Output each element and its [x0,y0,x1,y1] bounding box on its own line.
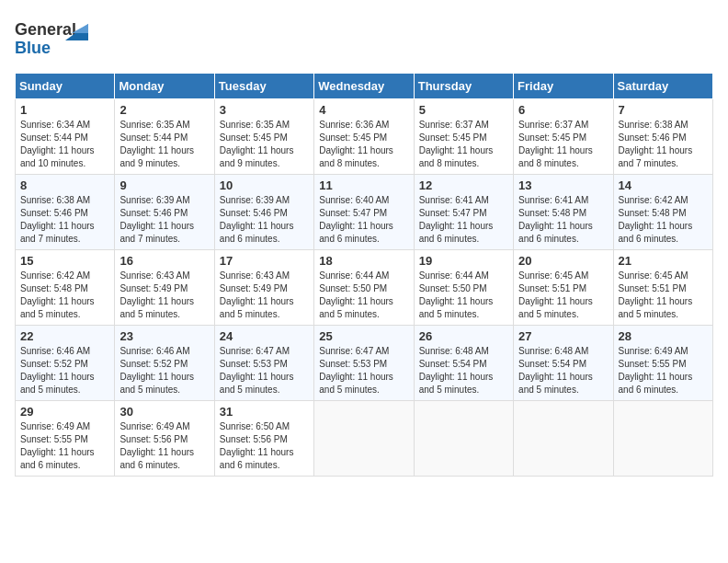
calendar-cell: 7 Sunrise: 6:38 AM Sunset: 5:46 PM Dayli… [613,99,712,175]
calendar-cell: 19 Sunrise: 6:44 AM Sunset: 5:50 PM Dayl… [414,250,513,326]
calendar-cell [314,401,414,477]
day-detail: Sunrise: 6:36 AM Sunset: 5:45 PM Dayligh… [319,119,408,170]
day-detail: Sunrise: 6:37 AM Sunset: 5:45 PM Dayligh… [419,119,508,170]
calendar-cell: 15 Sunrise: 6:42 AM Sunset: 5:48 PM Dayl… [16,250,115,326]
day-number: 29 [20,405,109,419]
day-detail: Sunrise: 6:49 AM Sunset: 5:55 PM Dayligh… [20,420,109,472]
column-header-sunday: Sunday [16,74,115,99]
day-detail: Sunrise: 6:45 AM Sunset: 5:51 PM Dayligh… [518,270,608,321]
calendar-cell: 1 Sunrise: 6:34 AM Sunset: 5:44 PM Dayli… [16,99,115,175]
day-detail: Sunrise: 6:50 AM Sunset: 5:56 PM Dayligh… [220,420,309,472]
day-number: 21 [619,254,708,268]
svg-text:Blue: Blue [15,39,51,57]
day-number: 16 [119,254,209,268]
day-number: 12 [419,178,508,192]
day-detail: Sunrise: 6:41 AM Sunset: 5:47 PM Dayligh… [419,194,508,246]
calendar-cell: 22 Sunrise: 6:46 AM Sunset: 5:52 PM Dayl… [16,326,115,401]
day-detail: Sunrise: 6:44 AM Sunset: 5:50 PM Dayligh… [419,270,508,321]
calendar-cell [414,401,513,477]
column-header-monday: Monday [115,74,214,99]
day-detail: Sunrise: 6:49 AM Sunset: 5:56 PM Dayligh… [119,420,209,472]
day-number: 23 [119,329,209,343]
calendar-cell: 30 Sunrise: 6:49 AM Sunset: 5:56 PM Dayl… [115,401,214,477]
day-number: 31 [220,405,309,419]
day-number: 27 [518,329,608,343]
day-detail: Sunrise: 6:45 AM Sunset: 5:51 PM Dayligh… [619,270,708,321]
calendar-cell: 26 Sunrise: 6:48 AM Sunset: 5:54 PM Dayl… [414,326,513,401]
calendar-cell: 2 Sunrise: 6:35 AM Sunset: 5:44 PM Dayli… [115,99,214,175]
column-header-tuesday: Tuesday [214,74,313,99]
svg-text:General: General [15,20,76,39]
calendar-cell: 4 Sunrise: 6:36 AM Sunset: 5:45 PM Dayli… [314,99,414,175]
day-detail: Sunrise: 6:40 AM Sunset: 5:47 PM Dayligh… [319,194,408,246]
calendar-header-row: SundayMondayTuesdayWednesdayThursdayFrid… [16,74,713,99]
calendar-cell: 29 Sunrise: 6:49 AM Sunset: 5:55 PM Dayl… [16,401,115,477]
day-number: 14 [619,178,708,192]
day-detail: Sunrise: 6:42 AM Sunset: 5:48 PM Dayligh… [20,270,109,321]
day-number: 11 [319,178,408,192]
day-detail: Sunrise: 6:41 AM Sunset: 5:48 PM Dayligh… [518,194,608,246]
day-detail: Sunrise: 6:43 AM Sunset: 5:49 PM Dayligh… [220,270,309,321]
calendar-cell [514,401,613,477]
calendar-cell: 20 Sunrise: 6:45 AM Sunset: 5:51 PM Dayl… [514,250,613,326]
day-number: 25 [319,329,408,343]
day-number: 2 [119,103,209,117]
calendar-week-row: 1 Sunrise: 6:34 AM Sunset: 5:44 PM Dayli… [16,99,713,175]
calendar-cell: 3 Sunrise: 6:35 AM Sunset: 5:45 PM Dayli… [214,99,313,175]
page-header: General Blue [15,15,713,65]
day-number: 8 [20,178,109,192]
day-detail: Sunrise: 6:44 AM Sunset: 5:50 PM Dayligh… [319,270,408,321]
calendar-table: SundayMondayTuesdayWednesdayThursdayFrid… [15,73,713,477]
calendar-cell: 23 Sunrise: 6:46 AM Sunset: 5:52 PM Dayl… [115,326,214,401]
calendar-cell: 11 Sunrise: 6:40 AM Sunset: 5:47 PM Dayl… [314,175,414,250]
day-number: 5 [419,103,508,117]
day-number: 20 [518,254,608,268]
column-header-wednesday: Wednesday [314,74,414,99]
day-detail: Sunrise: 6:39 AM Sunset: 5:46 PM Dayligh… [220,194,309,246]
day-detail: Sunrise: 6:38 AM Sunset: 5:46 PM Dayligh… [619,119,708,170]
day-detail: Sunrise: 6:37 AM Sunset: 5:45 PM Dayligh… [518,119,608,170]
calendar-cell: 18 Sunrise: 6:44 AM Sunset: 5:50 PM Dayl… [314,250,414,326]
day-number: 7 [619,103,708,117]
column-header-friday: Friday [514,74,613,99]
calendar-cell: 8 Sunrise: 6:38 AM Sunset: 5:46 PM Dayli… [16,175,115,250]
calendar-cell: 14 Sunrise: 6:42 AM Sunset: 5:48 PM Dayl… [613,175,712,250]
day-detail: Sunrise: 6:47 AM Sunset: 5:53 PM Dayligh… [220,345,309,396]
day-number: 1 [20,103,109,117]
calendar-cell: 10 Sunrise: 6:39 AM Sunset: 5:46 PM Dayl… [214,175,313,250]
day-detail: Sunrise: 6:48 AM Sunset: 5:54 PM Dayligh… [518,345,608,396]
day-detail: Sunrise: 6:43 AM Sunset: 5:49 PM Dayligh… [119,270,209,321]
day-number: 17 [220,254,309,268]
day-detail: Sunrise: 6:42 AM Sunset: 5:48 PM Dayligh… [619,194,708,246]
calendar-cell: 16 Sunrise: 6:43 AM Sunset: 5:49 PM Dayl… [115,250,214,326]
day-detail: Sunrise: 6:39 AM Sunset: 5:46 PM Dayligh… [119,194,209,246]
day-detail: Sunrise: 6:35 AM Sunset: 5:45 PM Dayligh… [220,119,309,170]
calendar-week-row: 29 Sunrise: 6:49 AM Sunset: 5:55 PM Dayl… [16,401,713,477]
calendar-cell: 12 Sunrise: 6:41 AM Sunset: 5:47 PM Dayl… [414,175,513,250]
day-number: 9 [119,178,209,192]
day-number: 19 [419,254,508,268]
calendar-cell: 6 Sunrise: 6:37 AM Sunset: 5:45 PM Dayli… [514,99,613,175]
day-number: 4 [319,103,408,117]
calendar-cell: 5 Sunrise: 6:37 AM Sunset: 5:45 PM Dayli… [414,99,513,175]
day-detail: Sunrise: 6:49 AM Sunset: 5:55 PM Dayligh… [619,345,708,396]
column-header-saturday: Saturday [613,74,712,99]
calendar-week-row: 15 Sunrise: 6:42 AM Sunset: 5:48 PM Dayl… [16,250,713,326]
calendar-cell: 21 Sunrise: 6:45 AM Sunset: 5:51 PM Dayl… [613,250,712,326]
day-number: 13 [518,178,608,192]
day-number: 18 [319,254,408,268]
calendar-cell: 25 Sunrise: 6:47 AM Sunset: 5:53 PM Dayl… [314,326,414,401]
day-detail: Sunrise: 6:38 AM Sunset: 5:46 PM Dayligh… [20,194,109,246]
logo-svg: General Blue [15,15,97,65]
logo: General Blue [15,15,97,65]
day-number: 26 [419,329,508,343]
calendar-cell: 28 Sunrise: 6:49 AM Sunset: 5:55 PM Dayl… [613,326,712,401]
calendar-cell [613,401,712,477]
calendar-cell: 9 Sunrise: 6:39 AM Sunset: 5:46 PM Dayli… [115,175,214,250]
day-detail: Sunrise: 6:48 AM Sunset: 5:54 PM Dayligh… [419,345,508,396]
day-detail: Sunrise: 6:35 AM Sunset: 5:44 PM Dayligh… [119,119,209,170]
day-detail: Sunrise: 6:46 AM Sunset: 5:52 PM Dayligh… [119,345,209,396]
calendar-cell: 17 Sunrise: 6:43 AM Sunset: 5:49 PM Dayl… [214,250,313,326]
calendar-week-row: 8 Sunrise: 6:38 AM Sunset: 5:46 PM Dayli… [16,175,713,250]
day-number: 3 [220,103,309,117]
